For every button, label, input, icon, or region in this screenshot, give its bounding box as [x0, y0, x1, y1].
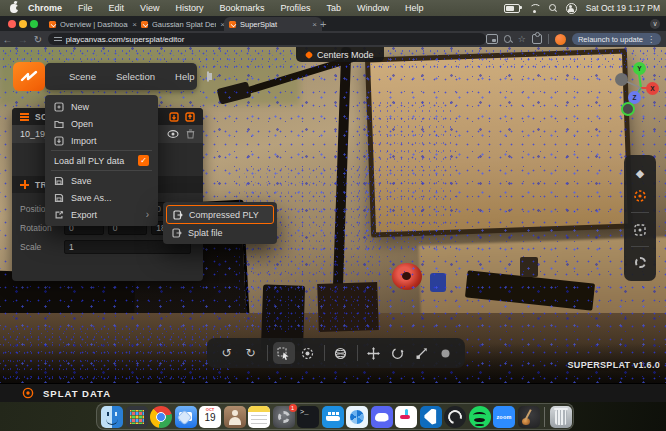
browser-tab-splat-demo[interactable]: Gaussian Splat Demo | Editor × — [136, 17, 230, 31]
vscode-dock-icon[interactable] — [420, 406, 442, 428]
submenu-item-compressed-ply[interactable]: Compressed PLY — [166, 205, 274, 224]
menubar-item-help[interactable]: Help — [397, 3, 432, 13]
reload-button[interactable]: ↻ — [30, 34, 45, 45]
menu-item-load-all-ply[interactable]: Load all PLY data ✓ — [45, 152, 158, 169]
new-tab-button[interactable]: + — [320, 18, 326, 30]
menu-item-export[interactable]: Export › — [45, 206, 158, 223]
relaunch-to-update-button[interactable]: Relaunch to update ⋮ — [572, 33, 661, 45]
trash-dock-icon[interactable] — [550, 406, 572, 428]
browser-tab-supersplat[interactable]: SuperSplat × — [224, 17, 322, 31]
browser-tab-dashboard[interactable]: Overview | Dashboard | Gaus × — [44, 17, 142, 31]
window-minimize-button[interactable] — [19, 20, 27, 28]
profile-avatar[interactable] — [555, 34, 566, 45]
scale-tool[interactable] — [411, 342, 433, 364]
gizmo-neg-x-axis[interactable] — [615, 73, 628, 86]
menu-item-save-as[interactable]: Save As... — [45, 189, 158, 206]
spotlight-search-icon[interactable] — [549, 4, 557, 12]
notes-dock-icon[interactable] — [248, 406, 270, 428]
menubar-item-view[interactable]: View — [132, 3, 167, 13]
tab-search-chevron-icon[interactable]: ∨ — [650, 19, 660, 29]
rotate-tool[interactable] — [387, 342, 409, 364]
mail-dock-icon[interactable] — [175, 406, 197, 428]
menubar-item-tab[interactable]: Tab — [318, 3, 349, 13]
panel-toggle-icon[interactable] — [207, 71, 209, 82]
menubar-item-history[interactable]: History — [167, 3, 211, 13]
discord-dock-icon[interactable] — [371, 406, 393, 428]
calendar-dock-icon[interactable]: OCT 19 — [199, 406, 221, 428]
panel-import-icon[interactable] — [169, 112, 179, 122]
address-bar[interactable]: playcanvas.com/supersplat/editor — [48, 33, 486, 45]
splat-mode-icon[interactable]: ◆ — [636, 168, 644, 179]
menubar-item-profiles[interactable]: Profiles — [272, 3, 318, 13]
finder-dock-icon[interactable] — [101, 406, 123, 428]
menu-item-save[interactable]: Save — [45, 172, 158, 189]
menubar-item-file[interactable]: File — [70, 3, 101, 13]
extensions-icon[interactable] — [532, 34, 542, 44]
garageband-dock-icon[interactable] — [518, 406, 540, 428]
sphere-select-tool[interactable] — [330, 342, 352, 364]
redo-button[interactable]: ↻ — [240, 342, 262, 364]
viewport-canvas[interactable]: Scene Selection Help Centers Mode SCENE … — [0, 47, 666, 402]
window-zoom-button[interactable] — [30, 20, 38, 28]
obs-dock-icon[interactable] — [444, 406, 466, 428]
menubar-item-chrome[interactable]: Chrome — [20, 3, 70, 13]
launchpad-dock-icon[interactable] — [126, 406, 148, 428]
media-control-icon[interactable] — [486, 34, 498, 44]
submenu-chevron-icon: › — [146, 209, 149, 220]
spotify-dock-icon[interactable] — [469, 406, 491, 428]
transform-icon — [20, 180, 29, 189]
browser-menu-icon[interactable]: ⋮ — [647, 35, 655, 44]
menubar-clock[interactable]: Sat Oct 19 1:17 PM — [586, 3, 660, 13]
contacts-dock-icon[interactable] — [224, 406, 246, 428]
system-settings-dock-icon[interactable]: 1 — [273, 406, 295, 428]
apple-menu-icon[interactable] — [10, 4, 18, 13]
chrome-dock-icon[interactable] — [150, 406, 172, 428]
menubar-item-edit[interactable]: Edit — [101, 3, 133, 13]
menu-help[interactable]: Help — [165, 71, 205, 82]
orientation-gizmo[interactable]: Y X Z — [606, 55, 666, 119]
screenshot-app-dock-icon[interactable] — [346, 406, 368, 428]
gizmo-x-axis[interactable]: X — [646, 82, 659, 95]
submenu-item-splat-file[interactable]: Splat file — [166, 224, 274, 241]
move-tool[interactable] — [363, 342, 385, 364]
terminal-dock-icon[interactable] — [297, 406, 319, 428]
frame-selection-icon[interactable] — [633, 223, 647, 237]
visibility-eye-icon[interactable] — [167, 130, 179, 138]
gizmo-y-axis[interactable]: Y — [633, 62, 646, 75]
window-close-button[interactable] — [8, 20, 16, 28]
menu-scene[interactable]: Scene — [59, 71, 106, 82]
page-zoom-icon[interactable] — [504, 35, 512, 43]
delete-trash-icon[interactable] — [186, 129, 195, 139]
menubar-item-bookmarks[interactable]: Bookmarks — [211, 3, 272, 13]
docker-dock-icon[interactable] — [322, 406, 344, 428]
gizmo-neg-y-axis[interactable] — [621, 102, 635, 116]
centers-mode-pill[interactable]: Centers Mode — [296, 47, 384, 62]
url-text: playcanvas.com/supersplat/editor — [66, 35, 185, 44]
forward-button[interactable]: → — [15, 34, 30, 45]
bookmark-star-icon[interactable]: ☆ — [518, 34, 526, 44]
menu-item-new[interactable]: New — [45, 98, 158, 115]
panel-new-icon[interactable] — [185, 112, 195, 122]
wifi-icon[interactable] — [529, 4, 540, 13]
splat-data-panel-header[interactable]: SPLAT DATA — [0, 383, 666, 402]
supersplat-logo[interactable] — [13, 62, 45, 91]
undo-button[interactable]: ↺ — [216, 342, 238, 364]
settings-gear-icon[interactable] — [635, 257, 646, 268]
origin-toggle[interactable] — [435, 342, 457, 364]
zoom-dock-icon[interactable]: zoom — [493, 406, 515, 428]
menubar-item-window[interactable]: Window — [349, 3, 397, 13]
centers-mode-active-icon[interactable] — [633, 189, 647, 203]
back-button[interactable]: ← — [0, 34, 15, 45]
picker-select-tool[interactable] — [273, 342, 295, 364]
site-settings-icon[interactable] — [54, 36, 62, 43]
slack-dock-icon[interactable] — [395, 406, 417, 428]
user-menu-icon[interactable] — [566, 3, 577, 14]
load-all-ply-checkbox[interactable]: ✓ — [138, 155, 149, 166]
battery-icon[interactable] — [504, 4, 520, 13]
menu-selection[interactable]: Selection — [106, 71, 165, 82]
save-as-icon — [54, 193, 64, 203]
menu-item-open[interactable]: Open — [45, 115, 158, 132]
tab-close-icon[interactable]: × — [312, 20, 317, 29]
brush-select-tool[interactable] — [297, 342, 319, 364]
menu-item-import[interactable]: Import — [45, 132, 158, 149]
